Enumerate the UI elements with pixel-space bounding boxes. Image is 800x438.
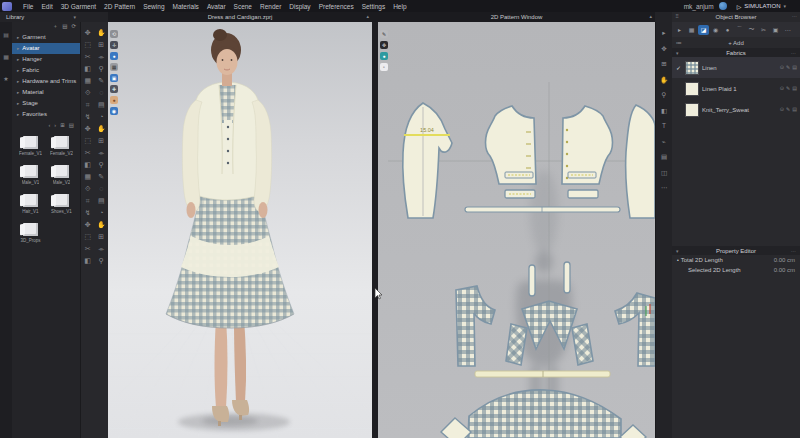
- toolbar-icon[interactable]: ✋: [97, 125, 106, 132]
- pattern-side-right[interactable]: [572, 324, 593, 365]
- toolbar-icon[interactable]: ⬚: [84, 233, 91, 240]
- library-folder[interactable]: Shoes_V1: [47, 194, 76, 214]
- toolbar-icon[interactable]: ⚲: [662, 92, 667, 99]
- refresh-icon[interactable]: ⟳: [71, 24, 76, 30]
- tree-item-hanger[interactable]: ▸Hanger: [12, 54, 80, 65]
- toolbar-icon[interactable]: ↯: [85, 209, 91, 216]
- property-editor-header[interactable]: ▾ Property Editor ⋯: [672, 246, 800, 255]
- pattern-strap[interactable]: [564, 262, 570, 293]
- pattern-neckband[interactable]: [465, 207, 620, 212]
- pattern-cuff-right[interactable]: [620, 425, 646, 438]
- menu-materials[interactable]: Materials: [169, 3, 203, 10]
- forward-icon[interactable]: ›: [54, 123, 56, 129]
- toolbar-icon[interactable]: ✎: [98, 173, 104, 180]
- menu-3d-garment[interactable]: 3D Garment: [57, 3, 100, 10]
- toolbar-icon[interactable]: T: [662, 123, 666, 130]
- favorite-star-icon[interactable]: ★: [3, 76, 8, 82]
- menu-preferences[interactable]: Preferences: [315, 3, 358, 10]
- toolbar-icon[interactable]: ◔: [99, 113, 103, 120]
- fabric-tab-icon[interactable]: ◪: [698, 25, 709, 35]
- pattern-side-left[interactable]: [506, 324, 527, 365]
- camera-icon[interactable]: ◉: [110, 107, 118, 115]
- topstitch-tab-icon[interactable]: 〜: [746, 25, 757, 35]
- toolbar-icon[interactable]: ⟐: [85, 89, 91, 96]
- toolbar-icon[interactable]: ▤: [98, 101, 105, 108]
- account-avatar[interactable]: [719, 2, 727, 10]
- toolbar-icon[interactable]: ▸: [662, 30, 665, 37]
- menu-edit[interactable]: Edit: [37, 3, 56, 10]
- toolbar-icon[interactable]: ⌯: [98, 53, 104, 60]
- tree-item-avatar[interactable]: ▸Avatar: [12, 43, 80, 54]
- tree-item-hardware-trims[interactable]: ▸Hardware and Trims: [12, 76, 80, 87]
- pattern-strap[interactable]: [529, 265, 535, 296]
- show-texture-icon[interactable]: ▫: [380, 63, 388, 71]
- fabric-item-knit-terry[interactable]: Knit_Terry_Sweat ⊙ ✎ ▤: [672, 99, 800, 120]
- toolbar-icon[interactable]: ⌗: [86, 197, 90, 204]
- pattern-2d-viewport[interactable]: ✎ ✥ ● ▫: [378, 22, 655, 438]
- toolbar-icon[interactable]: ✂: [85, 149, 91, 156]
- fabric-item-linen[interactable]: ✓ Linen ⊙ ✎ ▤: [672, 57, 800, 78]
- library-folder[interactable]: Male_V2: [47, 165, 76, 185]
- toolbar-icon[interactable]: ✥: [661, 46, 666, 53]
- menu-render[interactable]: Render: [256, 3, 285, 10]
- section-more-icon[interactable]: ⋯: [791, 50, 796, 56]
- layer-icon[interactable]: ▤: [792, 86, 797, 91]
- placement-tab-icon[interactable]: ▣: [770, 25, 781, 35]
- toolbar-icon[interactable]: ◧: [84, 65, 91, 72]
- toolbar-icon[interactable]: ⌯: [98, 245, 104, 252]
- toolbar-icon[interactable]: ▤: [661, 154, 667, 161]
- more-icon[interactable]: ⋯: [792, 13, 797, 19]
- menu-sewing[interactable]: Sewing: [139, 3, 168, 10]
- toolbar-icon[interactable]: ⬚: [84, 41, 91, 48]
- library-folder[interactable]: Hair_V1: [16, 194, 45, 214]
- fabric-item-linen-plaid[interactable]: Linen Plaid 1 ⊙ ✎ ▤: [672, 78, 800, 99]
- library-list-icon[interactable]: ▤: [3, 32, 9, 38]
- toolbar-icon[interactable]: ✋: [97, 221, 106, 228]
- pattern-waistband[interactable]: [475, 371, 610, 377]
- render-style-icon[interactable]: ▦: [110, 63, 118, 71]
- back-icon[interactable]: ‹: [49, 123, 51, 129]
- pattern-cuff-left[interactable]: [441, 418, 471, 438]
- toolbar-icon[interactable]: ⚲: [99, 257, 104, 264]
- add-fabric-button[interactable]: + Add: [728, 40, 744, 46]
- library-grid-icon[interactable]: ▦: [3, 54, 9, 60]
- toolbar-icon[interactable]: ✥: [85, 29, 91, 36]
- menu-display[interactable]: Display: [285, 3, 314, 10]
- pattern-back-right[interactable]: [615, 293, 655, 366]
- edit-pattern-icon[interactable]: ✎: [380, 30, 388, 38]
- account-username[interactable]: mk_anjum: [684, 3, 714, 10]
- layer-icon[interactable]: ▤: [792, 65, 797, 70]
- toolbar-icon[interactable]: ⌯: [98, 149, 104, 156]
- transform-icon[interactable]: ✥: [380, 41, 388, 49]
- show-avatar-icon[interactable]: ●: [110, 52, 118, 60]
- garment-3d-viewport[interactable]: ⟲ ✛ ● ▦ ▣ ✚ ● ◉: [108, 22, 372, 438]
- toolbar-icon[interactable]: ⊞: [98, 233, 104, 240]
- toolbar-icon[interactable]: ✎: [98, 77, 104, 84]
- fabric-thumbnail[interactable]: [685, 82, 699, 96]
- pattern-sleeve-right[interactable]: [626, 105, 655, 218]
- hardware-tab-icon[interactable]: ◉: [710, 25, 721, 35]
- puckering-tab-icon[interactable]: ✂: [758, 25, 769, 35]
- toolbar-icon[interactable]: ◌: [99, 89, 103, 96]
- menu-file[interactable]: File: [19, 3, 37, 10]
- pattern-window-titlebar[interactable]: 2D Pattern Window ▴: [378, 12, 655, 22]
- tree-item-fabric[interactable]: ▸Fabric: [12, 65, 80, 76]
- viewport-divider[interactable]: [372, 22, 378, 438]
- toolbar-icon[interactable]: ▦: [84, 77, 91, 84]
- menu-2d-pattern[interactable]: 2D Pattern: [100, 3, 139, 10]
- edit-icon[interactable]: ✎: [786, 86, 790, 91]
- toolbar-icon[interactable]: ◌: [99, 185, 103, 192]
- tree-item-favorites[interactable]: ▸Favorites: [12, 109, 80, 120]
- fabric-thumbnail[interactable]: [685, 61, 699, 75]
- toolbar-icon[interactable]: ✥: [85, 221, 91, 228]
- tree-item-garment[interactable]: ▸Garment: [12, 32, 80, 43]
- add-icon[interactable]: ＋: [53, 24, 59, 30]
- toolbar-icon[interactable]: ⚲: [99, 65, 104, 72]
- button-tab-icon[interactable]: ●: [722, 25, 733, 35]
- collapse-section-icon[interactable]: ▾: [676, 50, 679, 56]
- edit-icon[interactable]: ✎: [786, 107, 790, 112]
- pattern-front-right[interactable]: [562, 106, 613, 184]
- thumbnail-view-icon[interactable]: ⊞: [60, 123, 65, 129]
- menu-scene[interactable]: Scene: [230, 3, 256, 10]
- pattern-canvas[interactable]: 15.04: [378, 22, 655, 438]
